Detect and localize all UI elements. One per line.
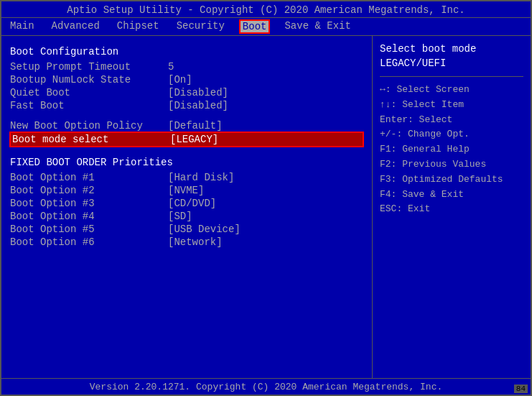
left-panel: Boot Configuration Setup Prompt Timeout … [1, 36, 373, 378]
help-value: LEGACY/UEFI [380, 57, 523, 69]
help-title: Select boot mode [380, 43, 523, 55]
row-new-boot-policy-value: [Default] [168, 120, 223, 132]
row-setup-prompt-value: 5 [168, 61, 174, 73]
key-change-opt: +/-: Change Opt. [380, 127, 523, 142]
row-setup-prompt[interactable]: Setup Prompt Timeout 5 [10, 60, 363, 73]
menu-item-advanced[interactable]: Advanced [49, 19, 103, 34]
row-new-boot-policy-label: New Boot Option Policy [10, 120, 168, 132]
key-help: ↔: Select Screen ↑↓: Select Item Enter: … [380, 83, 523, 217]
row-numlock[interactable]: Bootup NumLock State [On] [10, 73, 363, 86]
row-boot-opt-5-label: Boot Option #5 [10, 224, 168, 235]
row-quiet-boot-label: Quiet Boot [10, 87, 168, 98]
row-fast-boot[interactable]: Fast Boot [Disabled] [10, 99, 363, 112]
menu-bar: Main Advanced Chipset Security Boot Save… [1, 18, 531, 36]
row-boot-opt-6-value: [Network] [168, 236, 223, 248]
menu-item-boot[interactable]: Boot [239, 19, 271, 34]
key-f4-save: F4: Save & Exit [380, 188, 523, 203]
divider [380, 76, 523, 77]
menu-item-save-exit[interactable]: Save & Exit [281, 19, 353, 34]
row-boot-opt-2[interactable]: Boot Option #2 [NVME] [10, 184, 363, 197]
row-boot-mode-label: Boot mode select [12, 134, 170, 145]
row-fast-boot-label: Fast Boot [10, 100, 168, 111]
page-number: 84 [514, 385, 528, 393]
key-f2-prev: F2: Previous Values [380, 157, 523, 172]
right-panel: Select boot mode LEGACY/UEFI ↔: Select S… [373, 36, 531, 378]
row-boot-opt-4-label: Boot Option #4 [10, 211, 168, 222]
footer-text: Version 2.20.1271. Copyright (C) 2020 Am… [90, 382, 442, 392]
row-boot-opt-3[interactable]: Boot Option #3 [CD/DVD] [10, 197, 363, 210]
row-setup-prompt-label: Setup Prompt Timeout [10, 61, 168, 73]
key-select-item: ↑↓: Select Item [380, 98, 523, 113]
row-boot-opt-1-label: Boot Option #1 [10, 172, 168, 183]
row-quiet-boot[interactable]: Quiet Boot [Disabled] [10, 86, 363, 99]
row-boot-opt-6-label: Boot Option #6 [10, 236, 168, 248]
title-text: Aptio Setup Utility - Copyright (C) 2020… [67, 4, 465, 16]
row-new-boot-policy[interactable]: New Boot Option Policy [Default] [10, 119, 363, 132]
content-area: Boot Configuration Setup Prompt Timeout … [1, 36, 531, 378]
row-boot-opt-6[interactable]: Boot Option #6 [Network] [10, 236, 363, 249]
footer: Version 2.20.1271. Copyright (C) 2020 Am… [1, 378, 531, 395]
row-numlock-value: [On] [168, 74, 192, 86]
menu-item-security[interactable]: Security [174, 19, 228, 34]
row-boot-opt-1[interactable]: Boot Option #1 [Hard Disk] [10, 171, 363, 184]
row-boot-opt-4[interactable]: Boot Option #4 [SD] [10, 210, 363, 223]
row-boot-opt-3-value: [CD/DVD] [168, 198, 216, 209]
row-boot-mode-value: [LEGACY] [170, 134, 218, 145]
row-quiet-boot-value: [Disabled] [168, 87, 228, 98]
row-boot-opt-2-value: [NVME] [168, 185, 204, 196]
row-boot-opt-3-label: Boot Option #3 [10, 198, 168, 209]
fixed-boot-title: FIXED BOOT ORDER Priorities [10, 157, 363, 168]
key-select-screen: ↔: Select Screen [380, 83, 523, 98]
row-boot-opt-2-label: Boot Option #2 [10, 185, 168, 196]
row-boot-opt-1-value: [Hard Disk] [168, 172, 234, 183]
key-f1-help: F1: General Help [380, 142, 523, 157]
row-fast-boot-value: [Disabled] [168, 100, 228, 111]
key-enter-select: Enter: Select [380, 113, 523, 128]
row-boot-opt-5[interactable]: Boot Option #5 [USB Device] [10, 223, 363, 236]
key-f3-defaults: F3: Optimized Defaults [380, 172, 523, 188]
menu-item-main[interactable]: Main [7, 19, 37, 34]
boot-config-title: Boot Configuration [10, 46, 363, 57]
row-numlock-label: Bootup NumLock State [10, 74, 168, 86]
row-boot-opt-4-value: [SD] [168, 211, 192, 222]
menu-item-chipset[interactable]: Chipset [114, 19, 162, 34]
title-bar: Aptio Setup Utility - Copyright (C) 2020… [1, 1, 531, 18]
row-boot-mode-select[interactable]: Boot mode select [LEGACY] [10, 132, 363, 147]
key-esc-exit: ESC: Exit [380, 202, 523, 217]
row-boot-opt-5-value: [USB Device] [168, 224, 241, 235]
